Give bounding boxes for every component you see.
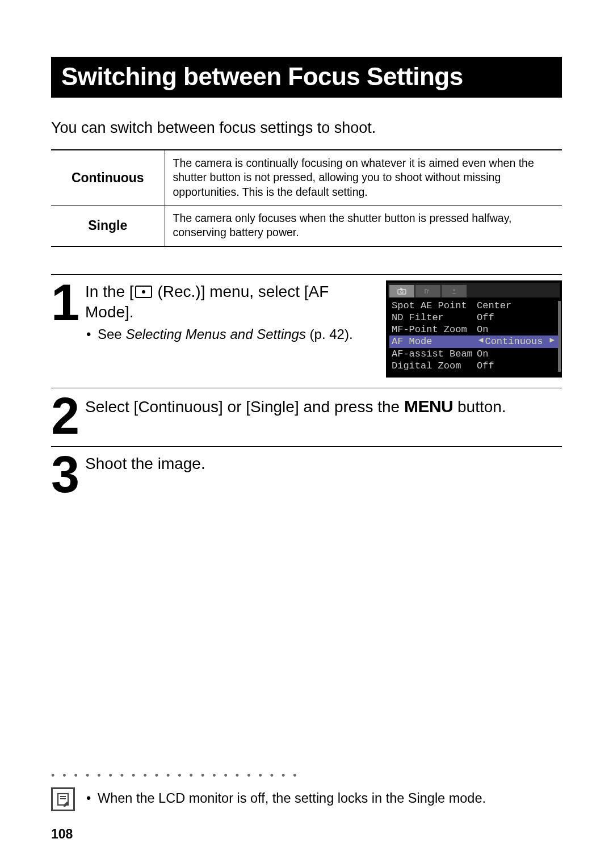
lcd-value: Off [477,312,494,324]
step-heading: Shoot the image. [85,454,562,474]
lcd-value: Continuous [485,336,543,347]
step-number: 2 [51,394,85,436]
footnote-area: •••••••••••••••••••••• When the LCD moni… [51,770,562,811]
lcd-key: AF Mode [392,336,477,347]
page-number: 108 [51,827,73,842]
text: In the [ [85,283,134,300]
lcd-row: AF-assist BeamOn [392,348,556,360]
svg-point-2 [401,291,403,293]
step-1: 1 In the [ (Rec.)] menu, select [AF Mode… [51,274,562,378]
step-heading: In the [ (Rec.)] menu, select [AF Mode]. [85,282,380,323]
text: button. [453,398,506,416]
lcd-row: Spot AE PointCenter [392,300,556,312]
mode-desc: The camera is continually focusing on wh… [165,150,562,206]
triangle-right-icon: ▶ [548,336,556,346]
svg-point-3 [453,289,455,291]
step-number: 1 [51,280,85,322]
lcd-tabs [388,283,560,297]
triangle-left-icon: ◀ [477,336,485,347]
lcd-row: MF-Point ZoomOn [392,324,556,336]
camera-rec-icon [135,286,152,298]
step-3: 3 Shoot the image. [51,446,562,494]
text: (p. 42). [306,326,353,342]
lcd-value: On [477,348,488,360]
page-title: Switching between Focus Settings [51,57,562,98]
lcd-key: MF-Point Zoom [392,324,477,336]
lcd-key: Spot AE Point [392,300,477,312]
footnote-text: When the LCD monitor is off, the setting… [85,787,486,806]
dot-separator: •••••••••••••••••••••• [51,770,562,782]
table-row: Continuous The camera is continually foc… [51,150,562,206]
lcd-value: Center [477,300,511,312]
svg-rect-1 [400,288,402,290]
lcd-row-highlighted: AF Mode◀Continuous▶ [389,336,559,347]
mode-desc: The camera only focuses when the shutter… [165,206,562,246]
lcd-body: Spot AE PointCenter ND FilterOff MF-Poin… [388,297,560,376]
mode-name: Single [51,206,165,246]
text-italic: Selecting Menus and Settings [125,326,306,342]
memo-icon [51,787,75,811]
step-2: 2 Select [Continuous] or [Single] and pr… [51,388,562,436]
menu-button-label: MENU [404,397,453,416]
camera-tab-icon [389,285,414,297]
lcd-preview: Spot AE PointCenter ND FilterOff MF-Poin… [386,280,562,378]
mode-name: Continuous [51,150,165,206]
text: Select [Continuous] or [Single] and pres… [85,398,404,416]
lcd-row: ND FilterOff [392,312,556,324]
text: See [98,326,125,342]
modes-table: Continuous The camera is continually foc… [51,149,562,247]
table-row: Single The camera only focuses when the … [51,206,562,246]
lcd-row: Digital ZoomOff [392,360,556,372]
person-tab-icon [442,285,467,297]
intro-text: You can switch between focus settings to… [51,119,562,137]
step-heading: Select [Continuous] or [Single] and pres… [85,395,562,417]
lcd-scrollbar [558,301,561,372]
lcd-value: Off [477,360,494,372]
step-subtext: See Selecting Menus and Settings (p. 42)… [85,326,380,342]
lcd-key: AF-assist Beam [392,348,477,360]
step-number: 3 [51,452,85,494]
lcd-key: Digital Zoom [392,360,477,372]
lcd-value: On [477,324,488,336]
tools-tab-icon [415,285,440,297]
lcd-key: ND Filter [392,312,477,324]
